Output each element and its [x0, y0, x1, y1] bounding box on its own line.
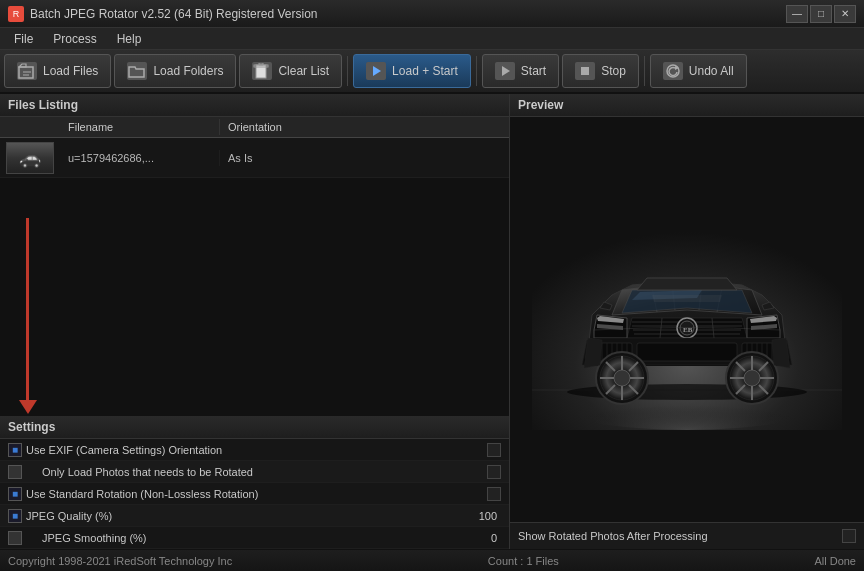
svg-marker-3: [373, 66, 381, 76]
app-icon: R: [8, 6, 24, 22]
preview-header: Preview: [510, 94, 864, 117]
maximize-button[interactable]: □: [810, 5, 832, 23]
right-panel: Preview: [510, 94, 864, 549]
exif-label: Use EXIF (Camera Settings) Orientation: [22, 444, 487, 456]
menu-help[interactable]: Help: [107, 30, 152, 48]
setting-exif: Use EXIF (Camera Settings) Orientation: [0, 439, 509, 461]
toolbar-sep-2: [476, 56, 477, 86]
exif-checkbox[interactable]: [8, 443, 22, 457]
load-files-button[interactable]: Load Files: [4, 54, 111, 88]
load-folders-icon: [127, 62, 147, 80]
start-button[interactable]: Start: [482, 54, 559, 88]
toolbar: Load Files Load Folders Clear List Load …: [0, 50, 864, 94]
menu-bar: File Process Help: [0, 28, 864, 50]
left-panel: Files Listing Filename Orientation u=157…: [0, 94, 510, 549]
main-content: Files Listing Filename Orientation u=157…: [0, 94, 864, 549]
jpeg-quality-label: JPEG Quality (%): [22, 510, 441, 522]
load-files-label: Load Files: [43, 64, 98, 78]
load-files-icon: [17, 62, 37, 80]
undo-all-icon: [663, 62, 683, 80]
load-start-button[interactable]: Load + Start: [353, 54, 471, 88]
clear-list-icon: [252, 62, 272, 80]
only-rotate-label: Only Load Photos that needs to be Rotate…: [22, 466, 487, 478]
jpeg-quality-value: 100: [441, 510, 501, 522]
svg-point-55: [744, 370, 760, 386]
thumbnail-image: [6, 142, 54, 174]
preview-area: EB: [510, 117, 864, 522]
table-row[interactable]: u=1579462686,... As Is: [0, 138, 509, 178]
jpeg-quality-checkbox[interactable]: [8, 509, 22, 523]
status-count: Count : 1 Files: [488, 555, 559, 567]
setting-jpeg-quality: JPEG Quality (%) 100: [0, 505, 509, 527]
clear-list-label: Clear List: [278, 64, 329, 78]
status-bar: Copyright 1998-2021 iRedSoft Technology …: [0, 549, 864, 571]
status-copyright: Copyright 1998-2021 iRedSoft Technology …: [8, 555, 232, 567]
settings-section: Settings Use EXIF (Camera Settings) Orie…: [0, 414, 509, 549]
load-folders-button[interactable]: Load Folders: [114, 54, 236, 88]
files-list[interactable]: u=1579462686,... As Is: [0, 138, 509, 414]
toolbar-sep-1: [347, 56, 348, 86]
menu-process[interactable]: Process: [43, 30, 106, 48]
app-title: Batch JPEG Rotator v2.52 (64 Bit) Regist…: [30, 7, 317, 21]
title-bar: R Batch JPEG Rotator v2.52 (64 Bit) Regi…: [0, 0, 864, 28]
preview-image: EB: [532, 210, 842, 430]
col-thumb: [0, 119, 60, 135]
only-rotate-value-checkbox[interactable]: [487, 465, 501, 479]
clear-list-button[interactable]: Clear List: [239, 54, 342, 88]
load-folders-label: Load Folders: [153, 64, 223, 78]
status-done: All Done: [814, 555, 856, 567]
setting-jpeg-smoothing: JPEG Smoothing (%) 0: [0, 527, 509, 549]
scroll-arrow: [26, 218, 29, 404]
close-button[interactable]: ✕: [834, 5, 856, 23]
jpeg-smoothing-checkbox[interactable]: [8, 531, 22, 545]
jpeg-smoothing-label: JPEG Smoothing (%): [22, 532, 441, 544]
file-filename: u=1579462686,...: [60, 150, 220, 166]
col-orientation-header: Orientation: [220, 119, 509, 135]
preview-bottom: Show Rotated Photos After Processing: [510, 522, 864, 549]
show-rotated-checkbox[interactable]: [842, 529, 856, 543]
menu-file[interactable]: File: [4, 30, 43, 48]
title-bar-controls: — □ ✕: [786, 5, 856, 23]
jpeg-smoothing-value: 0: [441, 532, 501, 544]
stop-label: Stop: [601, 64, 626, 78]
standard-rotation-label: Use Standard Rotation (Non-Lossless Rota…: [22, 488, 487, 500]
stop-icon: [575, 62, 595, 80]
files-section: Files Listing Filename Orientation u=157…: [0, 94, 509, 414]
standard-rotation-checkbox[interactable]: [8, 487, 22, 501]
undo-all-label: Undo All: [689, 64, 734, 78]
settings-header: Settings: [0, 416, 509, 439]
col-filename-header: Filename: [60, 119, 220, 135]
only-rotate-checkbox[interactable]: [8, 465, 22, 479]
file-orientation: As Is: [220, 150, 509, 166]
svg-rect-5: [581, 67, 589, 75]
show-rotated-label: Show Rotated Photos After Processing: [518, 530, 834, 542]
title-bar-left: R Batch JPEG Rotator v2.52 (64 Bit) Regi…: [8, 6, 317, 22]
exif-value-checkbox[interactable]: [487, 443, 501, 457]
minimize-button[interactable]: —: [786, 5, 808, 23]
files-table-header: Filename Orientation: [0, 117, 509, 138]
files-listing-header: Files Listing: [0, 94, 509, 117]
load-start-label: Load + Start: [392, 64, 458, 78]
start-label: Start: [521, 64, 546, 78]
file-thumbnail: [0, 140, 60, 176]
load-start-icon: [366, 62, 386, 80]
standard-rotation-value-checkbox[interactable]: [487, 487, 501, 501]
toolbar-sep-3: [644, 56, 645, 86]
setting-standard-rotation: Use Standard Rotation (Non-Lossless Rota…: [0, 483, 509, 505]
setting-only-rotate: Only Load Photos that needs to be Rotate…: [0, 461, 509, 483]
svg-rect-28: [637, 343, 737, 361]
start-icon: [495, 62, 515, 80]
undo-all-button[interactable]: Undo All: [650, 54, 747, 88]
svg-point-44: [614, 370, 630, 386]
svg-marker-4: [502, 66, 510, 76]
stop-button[interactable]: Stop: [562, 54, 639, 88]
